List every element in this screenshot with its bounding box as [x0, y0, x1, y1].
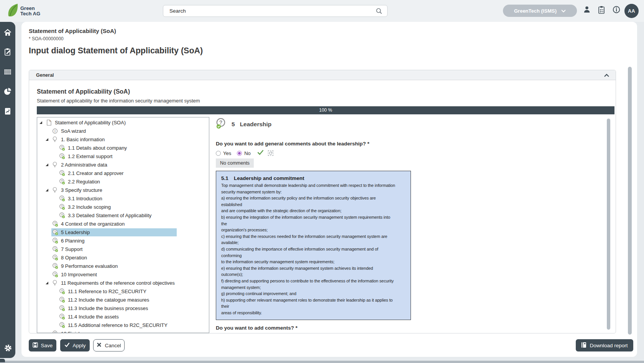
tree-item[interactable]: ?1.2 External support	[37, 152, 209, 160]
dialog-section-title: Statement of Applicability (SoA)	[37, 88, 130, 95]
sidebar-item-home[interactable]	[3, 28, 12, 37]
tree-expander-icon[interactable]	[46, 189, 51, 191]
tree-item[interactable]: ?3.3 Detailed Statement of Applicability	[37, 211, 209, 219]
info-block-line: c) ensuring that the resources needed fo…	[221, 233, 406, 240]
question-check-icon: ?	[52, 238, 59, 244]
download-report-button[interactable]: Download report	[576, 339, 633, 351]
tree-item[interactable]: ?12 Finish	[37, 329, 209, 333]
chevron-up-icon[interactable]	[604, 72, 610, 79]
avatar[interactable]: AA	[624, 4, 639, 18]
info-block-line: to the information security management s…	[221, 259, 406, 265]
tree-item[interactable]: ?11.2 Include the catalogue measures	[37, 295, 209, 304]
sidebar-item-tasks[interactable]	[3, 48, 12, 56]
section-number: 5	[232, 121, 235, 128]
tree-item[interactable]: ?3.1 Introduction	[37, 194, 209, 203]
tree-item[interactable]: ?11.1 Reference to R2C_SECURITY	[37, 287, 209, 295]
tree-item[interactable]: ?5 Leadership	[37, 228, 209, 236]
reset-answer-icon[interactable]	[268, 150, 273, 156]
tree-expander-icon[interactable]	[46, 282, 51, 284]
tree-item[interactable]: !SoA wizard	[37, 127, 209, 135]
dialog-section-subtitle: Statement of applicability for the infor…	[37, 98, 200, 104]
chevron-down-icon	[561, 8, 566, 14]
search-input[interactable]: Search	[163, 5, 388, 17]
search-value: Search	[169, 5, 186, 16]
standard-clause-body: Top management shall demonstrate leaders…	[221, 182, 406, 316]
tree-item-label: 10 Improvement	[61, 272, 97, 277]
tree-item[interactable]: 11 Requirements of the reference control…	[37, 279, 209, 287]
tree-item[interactable]: ?11.5 Additional reference to R2C_SECURI…	[37, 321, 209, 329]
info-block-line: g) promoting continual improvement; and	[221, 290, 406, 297]
lightbulb-icon	[52, 136, 59, 143]
detail-scrollbar-thumb[interactable]	[607, 119, 610, 330]
tree-item-label: 11 Requirements of the reference control…	[61, 280, 175, 286]
sidebar-item-table[interactable]	[3, 68, 12, 76]
breadcrumb-title: Statement of Applicability (SoA)	[29, 28, 116, 34]
save-button[interactable]: Save	[29, 339, 56, 351]
radio-no[interactable]	[237, 151, 242, 156]
org-selector-dropdown[interactable]: GreenTech (ISMS)	[503, 5, 577, 17]
pie-chart-icon	[3, 90, 12, 97]
info-block-line: areas of responsibility.	[221, 310, 406, 316]
tree-item[interactable]: 2 Administrative data	[37, 160, 209, 169]
lightbulb-icon	[52, 187, 59, 193]
sidebar-item-analytics[interactable]	[3, 87, 12, 96]
tree-item[interactable]: ?4 Context of the organization	[37, 219, 209, 228]
tree-item-label: 3.2 Include scoping	[68, 204, 111, 210]
tree-item[interactable]: ?2.1 Creator and approver	[37, 169, 209, 177]
tree-item[interactable]: ?7 Support	[37, 245, 209, 253]
tree-item[interactable]: ?9 Performance evaluation	[37, 262, 209, 270]
page-scrollbar-thumb[interactable]	[628, 67, 632, 335]
tree-expander-icon[interactable]	[46, 138, 51, 141]
user-button[interactable]	[583, 6, 591, 15]
checklist-button[interactable]	[598, 6, 605, 16]
tree-item[interactable]: ?6 Planning	[37, 236, 209, 245]
question-add-comments: Do you want to add comments? *	[216, 325, 297, 331]
tree-item-label: 2 Administrative data	[61, 162, 107, 168]
tree-expander-icon[interactable]	[46, 163, 51, 166]
progress-bar: 100 %	[37, 106, 614, 114]
clipboard-edit-icon	[3, 51, 12, 57]
window-bottom-edge	[0, 361, 644, 363]
radio-yes[interactable]	[216, 151, 221, 156]
general-panel-header[interactable]: General	[29, 70, 616, 80]
document-chart-icon	[3, 110, 12, 117]
grid-icon	[3, 71, 12, 77]
tree-item[interactable]: 1. Basic information	[37, 135, 209, 144]
tree-item[interactable]: ?2.2 Regulation	[37, 177, 209, 186]
info-circle-icon: !	[52, 128, 59, 134]
tree-item-label: 9 Performance evaluation	[61, 263, 118, 269]
tree-item[interactable]: 3 Specify structure	[37, 186, 209, 194]
sidebar-item-settings[interactable]	[3, 343, 12, 352]
download-report-label: Download report	[590, 343, 628, 348]
question-check-icon: ?	[52, 229, 59, 236]
info-button[interactable]	[613, 6, 620, 15]
tree-expander-icon[interactable]	[39, 121, 45, 124]
general-panel-title: General	[36, 73, 54, 78]
tree-item[interactable]: ?8 Operation	[37, 253, 209, 262]
window-bottom-notch	[0, 359, 5, 362]
info-block-line: Top management shall demonstrate leaders…	[221, 182, 406, 189]
save-button-label: Save	[41, 343, 53, 348]
company-logo[interactable]: Green Tech AG	[7, 3, 40, 19]
section-name: Leadership	[240, 121, 272, 128]
tree-item[interactable]: ?10 Improvement	[37, 270, 209, 279]
question-check-icon: ?	[59, 170, 66, 177]
sidebar-item-reports[interactable]	[3, 107, 12, 116]
tree-item-label: 12 Finish	[61, 331, 81, 333]
tree-item-label: 11.2 Include the catalogue measures	[68, 297, 149, 303]
leaf-logo-icon	[7, 3, 19, 19]
tree-item-label: 3.3 Detailed Statement of Applicability	[68, 213, 151, 218]
tree-item[interactable]: ?11.4 Include the assets	[37, 312, 209, 321]
tree-item[interactable]: ?3.2 Include scoping	[37, 203, 209, 211]
tree-item-label: 11.3 Include the business processes	[68, 305, 148, 311]
search-icon[interactable]	[376, 8, 383, 16]
no-comments-chip[interactable]: No comments	[216, 158, 254, 168]
apply-button[interactable]: Apply	[60, 339, 90, 351]
info-block-line: f) directing and supporting persons to c…	[221, 278, 406, 284]
document-icon	[46, 119, 53, 126]
cancel-button[interactable]: Cancel	[93, 339, 125, 351]
tree-item[interactable]: ?11.3 Include the business processes	[37, 304, 209, 312]
tree-item[interactable]: Statement of Applicability (SOA)	[37, 118, 209, 127]
tree-item[interactable]: ?1.1 Details about company	[37, 144, 209, 152]
question-check-icon: ?	[216, 118, 227, 131]
